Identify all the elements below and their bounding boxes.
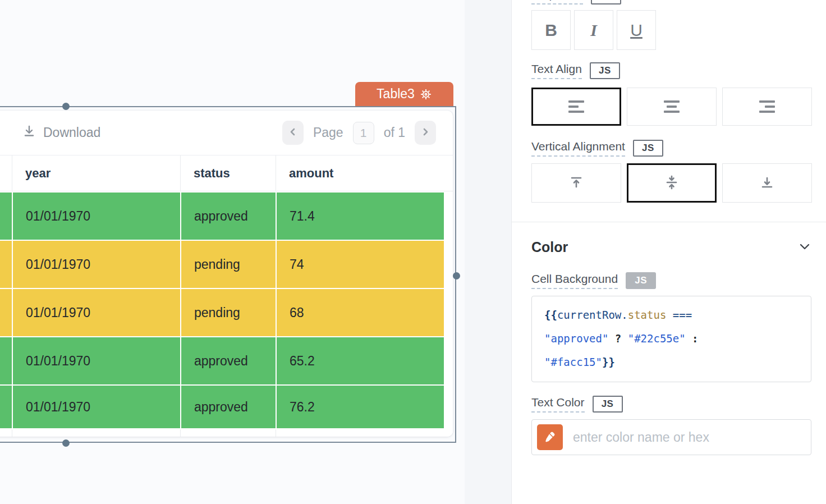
bold-button[interactable]: B	[531, 10, 571, 50]
cell-year[interactable]: 01/01/1970	[12, 289, 180, 336]
row-gutter	[444, 337, 453, 384]
cell-clipped	[0, 193, 12, 240]
download-label: Download	[43, 125, 100, 140]
column-header-amount[interactable]: amount	[276, 155, 444, 191]
canvas-gutter	[465, 0, 511, 504]
code-token: {{	[544, 309, 557, 321]
table-row[interactable]: 01/01/1970 approved 76.2	[0, 384, 453, 428]
align-left-icon	[568, 100, 584, 113]
resize-handle-right[interactable]	[453, 272, 460, 280]
cell-amount[interactable]: 74	[276, 241, 444, 288]
text-align-buttons	[531, 88, 811, 126]
cell-amount[interactable]: 76.2	[276, 386, 444, 428]
emphasis-field: Emphasis JS	[531, 0, 811, 4]
cell-status[interactable]: approved	[180, 386, 276, 428]
code-line: "#facc15"}}	[544, 350, 801, 374]
cell-background-code-editor[interactable]: {{currentRow.status === "approved" ? "#2…	[531, 296, 811, 382]
code-line: {{currentRow.status ===	[544, 303, 801, 327]
cell-amount[interactable]: 71.4	[276, 193, 444, 240]
cell-status[interactable]: pending	[180, 289, 276, 336]
text-color-input-group	[531, 419, 811, 455]
cell-year[interactable]: 01/01/1970	[12, 386, 180, 428]
bold-icon: B	[545, 21, 557, 40]
vertical-alignment-field: Vertical Alignment JS	[531, 140, 811, 157]
table-row-partial	[0, 428, 453, 437]
next-page-button[interactable]	[415, 121, 436, 145]
gear-icon[interactable]	[420, 88, 432, 100]
align-right-icon	[759, 100, 775, 113]
code-token: }}	[602, 356, 615, 368]
emphasis-buttons: B I U	[531, 10, 811, 50]
emphasis-js-toggle[interactable]: JS	[591, 0, 621, 4]
code-line: "approved" ? "#22c55e" :	[544, 327, 801, 350]
code-token: currentRow	[557, 309, 621, 321]
eyedropper-icon	[544, 430, 556, 445]
prev-page-button[interactable]	[282, 121, 304, 145]
code-token: :	[686, 332, 699, 345]
color-picker-button[interactable]	[537, 424, 563, 450]
inspector-panel: Emphasis JS B I U Text Align JS	[511, 0, 826, 504]
pagination: Page 1 of 1	[282, 121, 436, 145]
valign-middle-icon	[664, 175, 680, 192]
cell-amount[interactable]: 65.2	[276, 337, 444, 384]
row-gutter	[444, 289, 453, 336]
table-row[interactable]: 01/01/1970 pending 74	[0, 240, 453, 288]
valign-top-button[interactable]	[531, 163, 621, 203]
cell-status[interactable]: approved	[180, 193, 276, 240]
align-center-button[interactable]	[627, 88, 717, 126]
vertical-alignment-label: Vertical Alignment	[531, 140, 625, 157]
cell-status[interactable]: approved	[180, 337, 276, 384]
code-token: ===	[666, 309, 692, 321]
text-color-label: Text Color	[531, 396, 585, 413]
vertical-alignment-js-toggle[interactable]: JS	[633, 140, 663, 157]
align-center-icon	[664, 100, 680, 113]
table-toolbar: Download Page 1 of 1	[0, 111, 453, 155]
cell-amount[interactable]: 68	[276, 289, 444, 336]
text-color-input[interactable]	[573, 430, 803, 445]
color-section-header[interactable]: Color	[531, 239, 811, 255]
align-left-button[interactable]	[531, 88, 621, 126]
chevron-left-icon	[288, 127, 297, 138]
current-page-indicator[interactable]: 1	[353, 122, 374, 144]
table-row[interactable]: 01/01/1970 approved 71.4	[0, 191, 453, 240]
component-badge[interactable]: Table3	[355, 82, 453, 106]
emphasis-label: Emphasis	[531, 0, 583, 4]
underline-button[interactable]: U	[617, 10, 656, 50]
section-divider	[512, 222, 826, 222]
code-token: "#facc15"	[544, 356, 602, 368]
canvas[interactable]: Table3	[0, 0, 511, 504]
valign-bottom-button[interactable]	[722, 163, 812, 203]
table-row[interactable]: 01/01/1970 pending 68	[0, 288, 453, 336]
header-gutter	[444, 155, 453, 191]
color-section-title: Color	[531, 239, 568, 255]
valign-bottom-icon	[759, 175, 775, 192]
cell-clipped	[0, 337, 12, 384]
italic-button[interactable]: I	[574, 10, 613, 50]
cell-status[interactable]: pending	[180, 241, 276, 288]
cell-year[interactable]: 01/01/1970	[12, 193, 180, 240]
download-button[interactable]: Download	[22, 125, 100, 141]
column-header-clipped	[0, 155, 12, 191]
code-token: ?	[608, 332, 627, 345]
table-component[interactable]: Download Page 1 of 1	[0, 111, 453, 437]
cell-clipped	[0, 241, 12, 288]
chevron-right-icon	[421, 127, 430, 138]
text-color-js-toggle[interactable]: JS	[593, 396, 623, 413]
valign-middle-button[interactable]	[627, 163, 717, 203]
align-right-button[interactable]	[722, 88, 812, 126]
cell-year[interactable]: 01/01/1970	[12, 241, 180, 288]
page-label: Page	[313, 125, 343, 140]
code-token: "#22c55e"	[628, 332, 686, 345]
cell-background-js-toggle[interactable]: JS	[626, 272, 656, 289]
chevron-down-icon[interactable]	[798, 240, 811, 255]
column-header-year[interactable]: year	[12, 155, 180, 191]
text-color-field: Text Color JS	[531, 396, 811, 413]
cell-clipped	[0, 386, 12, 428]
resize-handle-bottom[interactable]	[62, 439, 70, 447]
text-align-js-toggle[interactable]: JS	[590, 62, 620, 79]
column-header-status[interactable]: status	[180, 155, 276, 191]
cell-year[interactable]: 01/01/1970	[12, 337, 180, 384]
cell-background-label: Cell Background	[531, 272, 618, 289]
table-row[interactable]: 01/01/1970 approved 65.2	[0, 336, 453, 384]
resize-handle-top[interactable]	[62, 103, 70, 110]
